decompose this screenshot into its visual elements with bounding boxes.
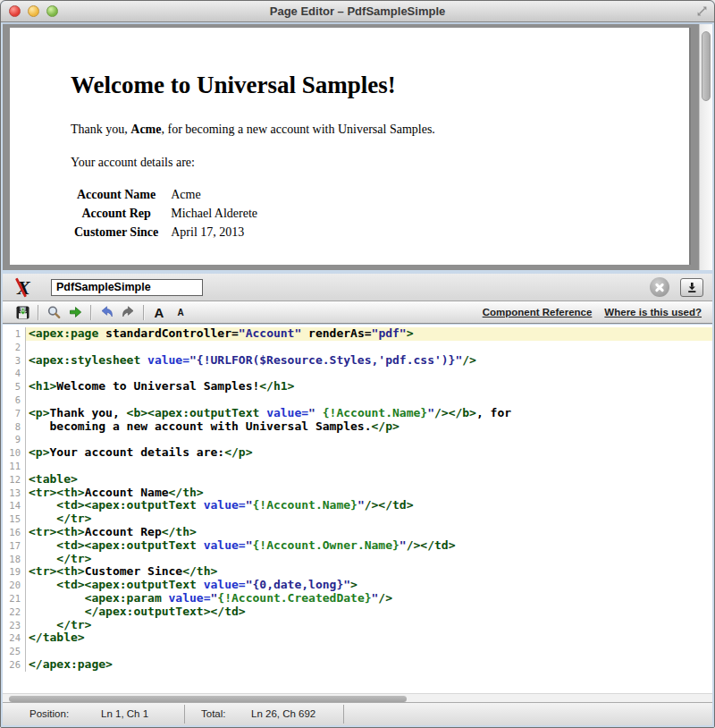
code-line[interactable]: 24</table> — [3, 631, 712, 645]
code-line[interactable]: 7<p>Thank you, <b><apex:outputText value… — [3, 407, 712, 420]
code-line-text — [26, 433, 712, 446]
undo-button[interactable] — [96, 303, 117, 322]
tools-button[interactable] — [650, 277, 669, 297]
code-line-text: <td><apex:outputText value="{0,date,long… — [26, 579, 712, 592]
code-line[interactable]: 20 <td><apex:outputText value="{0,date,l… — [3, 579, 712, 592]
go-button[interactable] — [64, 303, 86, 322]
code-line-text: <td><apex:outputText value="{!Account.Na… — [26, 499, 712, 512]
code-line[interactable]: 1<apex:page standardController="Account"… — [3, 327, 712, 341]
code-line-text: becoming a new account with Universal Sa… — [26, 420, 712, 434]
page-editor-window: Page Editor – PdfSampleSimple Welcome to… — [0, 0, 715, 728]
code-line-text: <table> — [26, 473, 712, 487]
code-line[interactable]: 9 — [3, 433, 712, 446]
go-icon — [68, 305, 83, 320]
code-line-text: <p>Your account details are:</p> — [26, 446, 712, 460]
total-label: Total: — [201, 708, 226, 719]
code-line[interactable]: 6 — [3, 394, 712, 407]
editor-hscrollbar[interactable] — [3, 693, 712, 702]
code-line[interactable]: 22 </apex:outputText></td> — [3, 605, 712, 619]
line-number: 17 — [3, 539, 26, 553]
code-editor[interactable]: 1<apex:page standardController="Account"… — [3, 325, 712, 693]
code-line-text — [26, 394, 712, 407]
code-lines: 1<apex:page standardController="Account"… — [3, 327, 712, 672]
line-number: 5 — [3, 380, 26, 394]
position-label: Position: — [29, 708, 69, 719]
font-size-decrease-button[interactable]: A — [170, 303, 191, 322]
code-line[interactable]: 19<tr><th>Customer Since</th> — [3, 565, 712, 579]
where-is-this-used-link[interactable]: Where is this used? — [604, 307, 702, 317]
code-line[interactable]: 11 — [3, 460, 712, 473]
line-number: 6 — [3, 394, 26, 407]
status-bar: Position: Ln 1, Ch 1 Total: Ln 26, Ch 69… — [3, 702, 712, 725]
download-icon — [686, 281, 698, 293]
line-number: 8 — [3, 420, 26, 434]
preview-heading: Welcome to Universal Samples! — [71, 71, 653, 99]
code-line[interactable]: 10<p>Your account details are:</p> — [3, 446, 712, 460]
title-bar[interactable]: Page Editor – PdfSampleSimple — [1, 1, 714, 22]
account-field-value: Acme — [162, 187, 259, 203]
code-line-text — [26, 460, 712, 473]
line-number: 3 — [3, 354, 26, 368]
code-line[interactable]: 8 becoming a new account with Universal … — [3, 420, 712, 434]
account-field-value: Michael Alderete — [162, 206, 259, 222]
line-number: 12 — [3, 473, 26, 487]
font-size-decrease-icon: A — [177, 308, 183, 317]
position-value: Ln 1, Ch 1 — [101, 708, 148, 719]
preview-details-paragraph: Your account details are: — [71, 156, 653, 170]
line-number: 22 — [3, 605, 26, 619]
code-line[interactable]: 16<tr><th>Account Rep</th> — [3, 526, 712, 539]
total-value: Ln 26, Ch 692 — [251, 708, 315, 719]
line-number: 15 — [3, 512, 26, 526]
line-number: 21 — [3, 592, 26, 605]
code-line-text: <apex:stylesheet value="{!URLFOR($Resour… — [26, 354, 712, 368]
redo-icon — [121, 305, 136, 320]
line-number: 26 — [3, 658, 26, 672]
code-line-text: </tr> — [26, 619, 712, 632]
component-reference-link[interactable]: Component Reference — [483, 307, 593, 317]
visualforce-x-logo-icon: X — [14, 276, 38, 300]
save-button[interactable] — [12, 303, 33, 322]
download-button[interactable] — [680, 278, 703, 297]
resize-icon[interactable] — [696, 5, 708, 17]
code-line[interactable]: 26</apex:page> — [3, 658, 712, 672]
page-name-tab[interactable]: PdfSampleSimple — [51, 279, 203, 296]
code-line[interactable]: 13<tr><th>Account Name</th> — [3, 487, 712, 500]
line-number: 13 — [3, 487, 26, 500]
redo-button[interactable] — [117, 303, 139, 322]
editor-hscrollbar-thumb[interactable] — [9, 696, 407, 702]
code-line-text: <tr><th>Account Name</th> — [26, 487, 712, 500]
code-line-text — [26, 645, 712, 658]
code-line-text: <h1>Welcome to Universal Samples!</h1> — [26, 380, 712, 394]
line-number: 1 — [3, 327, 26, 341]
code-line[interactable]: 4 — [3, 367, 712, 380]
code-line[interactable]: 3<apex:stylesheet value="{!URLFOR($Resou… — [3, 354, 712, 368]
code-line[interactable]: 5<h1>Welcome to Universal Samples!</h1> — [3, 380, 712, 394]
font-size-increase-icon: A — [155, 305, 164, 320]
search-button[interactable] — [43, 303, 64, 322]
preview-scrollbar-thumb[interactable] — [702, 31, 711, 101]
code-line[interactable]: 21 <apex:param value="{!Account.CreatedD… — [3, 592, 712, 605]
pdf-preview-pane: Welcome to Universal Samples! Thank you,… — [3, 23, 712, 270]
statusbar-divider — [343, 705, 344, 724]
code-line[interactable]: 12<table> — [3, 473, 712, 487]
code-line-text — [26, 341, 712, 354]
code-line[interactable]: 17 <td><apex:outputText value="{!Account… — [3, 539, 712, 553]
code-line[interactable]: 18 </tr> — [3, 553, 712, 566]
code-line[interactable]: 2 — [3, 341, 712, 354]
code-line-text: <p>Thank you, <b><apex:outputText value=… — [26, 407, 712, 420]
code-line[interactable]: 25 — [3, 645, 712, 658]
code-line-text: <td><apex:outputText value="{!Account.Ow… — [26, 539, 712, 553]
code-line-text: </tr> — [26, 512, 712, 526]
preview-scrollbar[interactable] — [699, 24, 712, 270]
line-number: 19 — [3, 565, 26, 579]
code-line[interactable]: 15 </tr> — [3, 512, 712, 526]
code-line-text: <tr><th>Customer Since</th> — [26, 565, 712, 579]
statusbar-divider — [184, 705, 185, 724]
code-line[interactable]: 14 <td><apex:outputText value="{!Account… — [3, 499, 712, 512]
undo-icon — [99, 305, 114, 320]
line-number: 16 — [3, 526, 26, 539]
code-line[interactable]: 23 </tr> — [3, 619, 712, 632]
account-table-row: Account NameAcme — [72, 187, 259, 203]
font-size-increase-button[interactable]: A — [148, 303, 170, 322]
code-line-text: </apex:outputText></td> — [26, 605, 712, 619]
